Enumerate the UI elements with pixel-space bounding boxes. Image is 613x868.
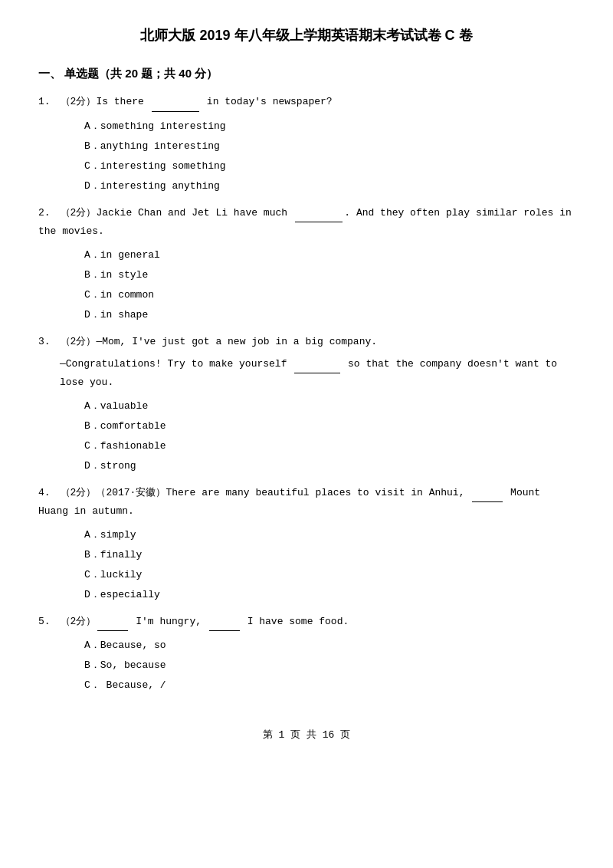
q4-option-b: B．finally	[84, 545, 575, 565]
q2-option-d: D．in shape	[84, 305, 575, 325]
q5-option-c: C． Because, /	[84, 676, 575, 695]
question-5: 5. （2分） I'm hungry, I have some food. A．…	[38, 613, 575, 695]
page-footer: 第 1 页 共 16 页	[38, 726, 575, 744]
question-2: 2. （2分）Jackie Chan and Jet Li have much …	[38, 204, 575, 325]
q1-option-d: D．interesting anything	[84, 176, 575, 196]
q3-option-d: D．strong	[84, 456, 575, 476]
page-title: 北师大版 2019 年八年级上学期英语期末考试试卷 C 卷	[38, 23, 575, 48]
q1-option-a: A．something interesting	[84, 117, 575, 136]
question-1: 1. （2分）Is there in today's newspaper? A．…	[38, 93, 575, 196]
q1-number: 1.	[38, 96, 61, 107]
q3-option-c: C．fashionable	[84, 436, 575, 456]
question-1-text: 1. （2分）Is there in today's newspaper?	[38, 93, 575, 111]
question-4-text: 4. （2分）（2017·安徽）There are many beautiful…	[38, 484, 575, 521]
q4-option-c: C．luckily	[84, 565, 575, 585]
q4-option-a: A．simply	[84, 525, 575, 545]
q2-option-c: C．in common	[84, 285, 575, 305]
q4-option-d: D．especially	[84, 585, 575, 605]
q1-option-c: C．interesting something	[84, 156, 575, 176]
q5-option-b: B．So, because	[84, 656, 575, 676]
q1-option-b: B．anything interesting	[84, 136, 575, 156]
question-2-text: 2. （2分）Jackie Chan and Jet Li have much …	[38, 204, 575, 241]
q1-score: （2分）Is there in today's newspaper?	[61, 96, 333, 107]
q2-option-a: A．in general	[84, 245, 575, 265]
q2-option-b: B．in style	[84, 265, 575, 285]
question-5-text: 5. （2分） I'm hungry, I have some food.	[38, 613, 575, 631]
section1-header: 一、 单选题（共 20 题；共 40 分）	[38, 63, 575, 84]
q2-number: 2. （2分）Jackie Chan and Jet Li have much …	[38, 207, 572, 237]
question-4: 4. （2分）（2017·安徽）There are many beautiful…	[38, 484, 575, 605]
q3-option-a: A．valuable	[84, 396, 575, 416]
q5-option-a: A．Because, so	[84, 636, 575, 656]
question-3-text1: 3. （2分）—Mom, I've just got a new job in …	[38, 333, 575, 350]
question-3: 3. （2分）—Mom, I've just got a new job in …	[38, 333, 575, 476]
q3-option-b: B．comfortable	[84, 416, 575, 436]
question-3-text2: —Congratulations! Try to make yourself s…	[38, 355, 575, 392]
